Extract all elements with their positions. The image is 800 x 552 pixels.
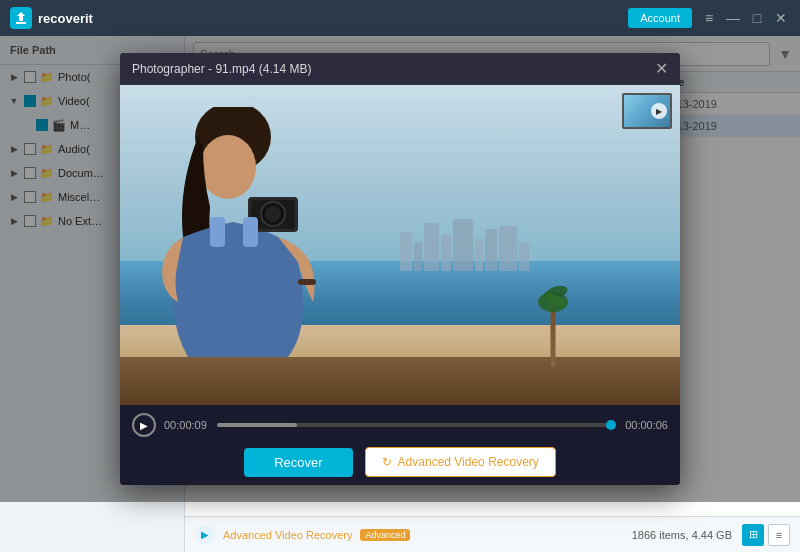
video-modal-overlay: Photographer - 91.mp4 (4.14 MB) ✕ <box>0 36 800 502</box>
palm-tree <box>538 287 568 367</box>
action-row: Recover ↻ Advanced Video Recovery <box>132 447 668 477</box>
progress-thumb <box>606 420 616 430</box>
app-name: recoverit <box>38 11 93 26</box>
title-bar-left: recoverit <box>10 7 93 29</box>
account-button[interactable]: Account <box>628 8 692 28</box>
minimize-button[interactable]: — <box>724 9 742 27</box>
title-bar-right: Account ≡ — □ ✕ <box>628 8 790 28</box>
app-logo: recoverit <box>10 7 93 29</box>
time-end: 00:00:06 <box>623 419 668 431</box>
progress-bar-fill <box>217 423 297 427</box>
adv-video-icon: ▶ <box>195 525 215 545</box>
thumb-play-icon: ▶ <box>651 103 667 119</box>
modal-header: Photographer - 91.mp4 (4.14 MB) ✕ <box>120 53 680 85</box>
person-silhouette <box>148 107 348 367</box>
video-container: ▶ <box>120 85 680 405</box>
svg-point-1 <box>200 135 256 199</box>
video-controls: ▶ 00:00:09 00:00:06 Recover ↻ Advanced V… <box>120 405 680 485</box>
svg-rect-6 <box>210 217 225 247</box>
time-current: 00:00:09 <box>164 419 209 431</box>
recover-button[interactable]: Recover <box>244 448 352 477</box>
status-right: 1866 items, 4.44 GB ⊞ ≡ <box>632 524 790 546</box>
list-view-button[interactable]: ≡ <box>768 524 790 546</box>
progress-bar[interactable] <box>217 423 615 427</box>
corner-thumbnail: ▶ <box>622 93 672 129</box>
items-count: 1866 items, 4.44 GB <box>632 529 732 541</box>
menu-button[interactable]: ≡ <box>700 9 718 27</box>
logo-icon <box>10 7 32 29</box>
svg-rect-7 <box>243 217 258 247</box>
adv-recover-label: Advanced Video Recovery <box>398 455 539 469</box>
adv-recover-icon: ↻ <box>382 455 392 469</box>
grid-view-button[interactable]: ⊞ <box>742 524 764 546</box>
city-skyline <box>400 207 680 271</box>
progress-row: ▶ 00:00:09 00:00:06 <box>132 413 668 437</box>
advanced-badge: Advanced <box>360 529 410 541</box>
title-bar: recoverit Account ≡ — □ ✕ <box>0 0 800 36</box>
advanced-recover-button[interactable]: ↻ Advanced Video Recovery <box>365 447 556 477</box>
svg-point-5 <box>265 206 281 222</box>
modal-close-button[interactable]: ✕ <box>655 61 668 77</box>
modal-title: Photographer - 91.mp4 (4.14 MB) <box>132 62 311 76</box>
maximize-button[interactable]: □ <box>748 9 766 27</box>
svg-rect-8 <box>298 279 316 285</box>
video-modal: Photographer - 91.mp4 (4.14 MB) ✕ <box>120 53 680 485</box>
adv-video-label: Advanced Video Recovery <box>223 529 352 541</box>
window-controls: ≡ — □ ✕ <box>700 9 790 27</box>
view-icons: ⊞ ≡ <box>742 524 790 546</box>
close-button[interactable]: ✕ <box>772 9 790 27</box>
status-left: ▶ Advanced Video Recovery Advanced <box>195 525 410 545</box>
play-button[interactable]: ▶ <box>132 413 156 437</box>
status-bar: ▶ Advanced Video Recovery Advanced 1866 … <box>185 516 800 552</box>
